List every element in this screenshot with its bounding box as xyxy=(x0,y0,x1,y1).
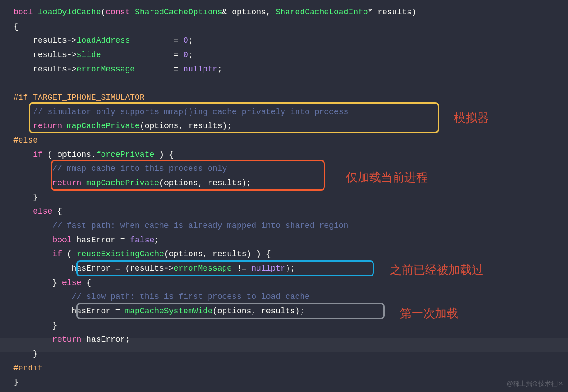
ret-hasErr: hasError; xyxy=(81,335,130,344)
amp-opt: & options, xyxy=(222,8,276,17)
mapCachePrivate2: mapCachePrivate xyxy=(86,178,159,187)
hasErr-assign2: hasError = xyxy=(13,307,125,316)
false: false xyxy=(130,236,154,245)
comment-slow: // slow path: this is first process to l… xyxy=(13,292,310,301)
slide: slide xyxy=(76,50,101,59)
kw-bool: bool xyxy=(13,8,33,17)
kw-bool2: bool xyxy=(52,236,71,245)
star-res: * results) xyxy=(368,8,417,17)
comment-fast: // fast path: when cache is already mapp… xyxy=(13,221,348,230)
neq: != xyxy=(232,264,251,273)
kw-else2: else xyxy=(62,278,81,287)
type-sco: SharedCacheOptions xyxy=(135,8,222,17)
nullptr1: nullptr xyxy=(183,65,217,74)
res2a: results-> xyxy=(13,50,76,59)
res2c: = xyxy=(101,50,183,59)
code-block: bool loadDyldCache(const SharedCacheOpti… xyxy=(0,0,568,392)
nullptr2: nullptr xyxy=(251,264,285,273)
preproc-endif: #endif xyxy=(13,364,43,373)
zero1: 0 xyxy=(183,36,188,45)
kw-if1: if xyxy=(33,150,43,159)
watermark: @稀土掘金技术社区 xyxy=(507,378,564,389)
errMsg2: errorMessage xyxy=(173,264,232,273)
reuseExistingCache: reuseExistingCache xyxy=(76,249,164,258)
res3a: results-> xyxy=(13,65,76,74)
fn-name: loadDyldCache xyxy=(38,8,101,17)
zero2: 0 xyxy=(183,50,188,59)
kw-else: else xyxy=(33,207,52,216)
kw-return3: return xyxy=(52,335,81,344)
args-sys: (options, results); xyxy=(213,307,305,316)
hasErr-assign: hasError = (results-> xyxy=(13,264,173,273)
kw-return1: return xyxy=(33,121,62,130)
comment-mmap: // mmap cache into this process only xyxy=(13,164,227,173)
res1c: = xyxy=(130,36,183,45)
close-if1: ) { xyxy=(154,150,173,159)
kw-return2: return xyxy=(52,178,81,187)
opt-dot: ( options. xyxy=(43,150,96,159)
preproc-else: #else xyxy=(13,136,38,145)
kw-if2: if xyxy=(52,249,62,258)
args-reuse: (options, results) ) { xyxy=(164,249,271,258)
forcePrivate: forcePrivate xyxy=(96,150,155,159)
args2: (options, results); xyxy=(159,178,251,187)
res1a: results-> xyxy=(13,36,76,45)
hasErr-decl: hasError = xyxy=(72,236,130,245)
loadAddress: loadAddress xyxy=(76,36,130,45)
args1: (options, results); xyxy=(140,121,232,130)
preproc-if: #if TARGET_IPHONE_SIMULATOR xyxy=(13,93,145,102)
errorMessage: errorMessage xyxy=(76,65,135,74)
mapCacheSystemWide: mapCacheSystemWide xyxy=(125,307,212,316)
comment-sim: // simulator only supports mmap()ing cac… xyxy=(13,107,348,116)
mapCachePrivate1: mapCachePrivate xyxy=(67,121,140,130)
res3c: = xyxy=(135,65,183,74)
close-paren: ); xyxy=(285,264,295,273)
brace-open: { xyxy=(13,22,18,31)
type-scli: SharedCacheLoadInfo xyxy=(275,8,368,17)
kw-const: const xyxy=(106,8,130,17)
